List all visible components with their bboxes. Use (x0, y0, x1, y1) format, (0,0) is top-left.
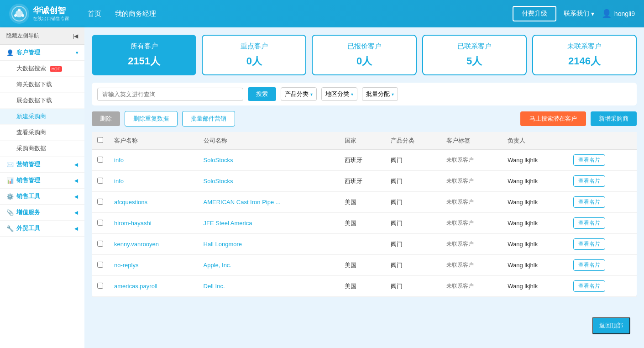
row-owner-4: Wang lkjhlk (502, 234, 568, 255)
select-all-checkbox[interactable] (97, 137, 103, 143)
company-link-4[interactable]: Hall Longmore (204, 241, 242, 248)
tools-icon: ⚙️ (6, 193, 14, 200)
company-link-2[interactable]: AMERICAN Cast Iron Pipe ... (204, 199, 281, 206)
row-name-0: info (109, 150, 198, 171)
sidebar-item-customer[interactable]: 👤 客户管理 ▾ (0, 45, 84, 61)
stat-card-contacted[interactable]: 已联系客户 5人 (422, 35, 527, 75)
row-country-0: 西班牙 (339, 150, 385, 171)
customer-name-link-5[interactable]: no-replys (114, 262, 138, 269)
upgrade-button[interactable]: 付费升级 (513, 6, 556, 21)
row-country-6: 美国 (339, 276, 385, 297)
sidebar-sub-view-buyer[interactable]: 查看采购商 (0, 125, 84, 141)
stat-cards: 所有客户 2151人 重点客户 0人 已报价客户 0人 已联系客户 5人 未联系… (92, 35, 637, 75)
row-checkbox-6[interactable] (97, 283, 103, 289)
customer-name-link-3[interactable]: hirom-hayashi (114, 220, 152, 227)
logo-area: 华诚创智 在线出口销售专家 (9, 4, 69, 24)
search-input[interactable] (97, 88, 243, 101)
stat-card-contacted-count: 5人 (428, 54, 521, 68)
sidebar-item-sales[interactable]: 📊 销售管理 ◀ (0, 173, 84, 189)
row-owner-5: Wang lkjhlk (502, 255, 568, 276)
company-link-1[interactable]: SoloStocks (204, 178, 233, 185)
company-link-5[interactable]: Apple, Inc. (204, 262, 231, 269)
view-card-button-2[interactable]: 查看名片 (573, 196, 605, 208)
view-card-button-5[interactable]: 查看名片 (573, 259, 605, 271)
delete-button[interactable]: 删除 (92, 111, 120, 126)
row-action-4: 查看名片 (568, 234, 637, 255)
sidebar-sub-expo-data[interactable]: 展会数据下载 (0, 93, 84, 109)
sidebar-item-marketing[interactable]: ✉️ 营销管理 ◀ (0, 157, 84, 173)
row-checkbox-0[interactable] (97, 157, 103, 163)
sidebar-item-tools[interactable]: ⚙️ 销售工具 ◀ (0, 189, 84, 205)
view-card-button-1[interactable]: 查看名片 (573, 175, 605, 187)
sidebar-item-foreign-trade[interactable]: 🔧 外贸工具 ◀ (0, 221, 84, 237)
customer-name-link-2[interactable]: afcquestions (114, 199, 147, 206)
email-marketing-button[interactable]: 批量邮件营销 (182, 111, 235, 127)
customer-name-link-6[interactable]: americas.payroll (114, 283, 157, 290)
row-company-0: SoloStocks (198, 150, 339, 171)
row-checkbox-3[interactable] (97, 220, 103, 226)
row-checkbox-5[interactable] (97, 262, 103, 268)
trade-chevron-icon: ◀ (74, 226, 78, 231)
customer-name-link-4[interactable]: kenny.vanrooyen (114, 241, 159, 248)
view-card-button-3[interactable]: 查看名片 (573, 217, 605, 229)
view-card-button-4[interactable]: 查看名片 (573, 238, 605, 250)
th-action (568, 132, 637, 150)
nav-home[interactable]: 首页 (88, 8, 101, 20)
row-product-6: 阀门 (385, 276, 441, 297)
table-row: afcquestions AMERICAN Cast Iron Pipe ...… (92, 192, 637, 213)
add-customer-button[interactable]: 新增采购商 (591, 111, 637, 126)
contact-button[interactable]: 联系我们 ▾ (564, 10, 594, 18)
hide-sidebar-label: 隐藏左侧导航 (6, 32, 39, 40)
stat-card-uncontacted[interactable]: 未联系客户 2146人 (532, 35, 637, 75)
topnav-right: 付费升级 联系我们 ▾ 👤 hongli9 (513, 6, 635, 21)
sidebar-item-value[interactable]: 📎 增值服务 ◀ (0, 205, 84, 221)
stat-card-key[interactable]: 重点客户 0人 (202, 35, 306, 75)
customer-name-link-1[interactable]: info (114, 178, 124, 185)
nav-business-manager[interactable]: 我的商务经理 (115, 8, 156, 20)
stat-card-quoted[interactable]: 已报价客户 0人 (312, 35, 416, 75)
row-checkbox-cell (92, 255, 109, 276)
search-button[interactable]: 搜索 (248, 87, 276, 101)
company-link-6[interactable]: Dell Inc. (204, 283, 225, 290)
row-product-3: 阀门 (385, 213, 441, 234)
row-country-1: 西班牙 (339, 171, 385, 192)
stat-card-key-count: 0人 (207, 54, 301, 68)
filter-bar: 搜索 产品分类 ▾ 地区分类 ▾ 批量分配 ▾ (92, 83, 637, 105)
search-potential-button[interactable]: 马上搜索潜在客户 (520, 111, 586, 126)
row-checkbox-cell (92, 213, 109, 234)
company-link-3[interactable]: JFE Steel America (204, 220, 252, 227)
row-country-3: 美国 (339, 213, 385, 234)
row-tag-3: 未联系客户 (441, 213, 503, 234)
stat-card-contacted-title: 已联系客户 (428, 42, 521, 51)
row-checkbox-1[interactable] (97, 178, 103, 184)
view-card-button-6[interactable]: 查看名片 (573, 280, 605, 292)
table-row: info SoloStocks 西班牙 阀门 未联系客户 Wang lkjhlk… (92, 171, 637, 192)
company-link-0[interactable]: SoloStocks (204, 157, 233, 163)
hide-sidebar-btn[interactable]: 隐藏左侧导航 |◀ (0, 27, 84, 45)
sidebar-sub-customs-data[interactable]: 海关数据下载 (0, 77, 84, 93)
action-bar: 删除 删除重复数据 批量邮件营销 马上搜索潜在客户 新增采购商 (92, 111, 637, 127)
th-company: 公司名称 (198, 132, 339, 150)
region-filter[interactable]: 地区分类 ▾ (321, 87, 357, 101)
sidebar-sub-new-buyer[interactable]: 新建采购商 (0, 109, 84, 125)
row-country-5: 美国 (339, 255, 385, 276)
back-to-top-button[interactable]: 返回顶部 (592, 317, 630, 334)
logo-icon (9, 4, 29, 24)
row-checkbox-4[interactable] (97, 241, 103, 247)
delete-duplicate-button[interactable]: 删除重复数据 (125, 111, 178, 127)
row-product-2: 阀门 (385, 192, 441, 213)
view-card-button-0[interactable]: 查看名片 (573, 154, 605, 166)
sidebar-sub-buyer-data[interactable]: 采购商数据 (0, 141, 84, 157)
row-company-2: AMERICAN Cast Iron Pipe ... (198, 192, 339, 213)
top-nav-links: 首页 我的商务经理 (88, 8, 499, 20)
row-checkbox-2[interactable] (97, 199, 103, 205)
customer-name-link-0[interactable]: info (114, 157, 124, 163)
row-product-0: 阀门 (385, 150, 441, 171)
th-name: 客户名称 (109, 132, 198, 150)
sidebar-sub-big-data[interactable]: 大数据搜索 HOT (0, 61, 84, 77)
table-row: no-replys Apple, Inc. 美国 阀门 未联系客户 Wang l… (92, 255, 637, 276)
user-button[interactable]: 👤 hongli9 (602, 9, 635, 19)
stat-card-all[interactable]: 所有客户 2151人 (92, 35, 196, 75)
product-filter[interactable]: 产品分类 ▾ (281, 87, 317, 101)
batch-filter[interactable]: 批量分配 ▾ (362, 87, 398, 101)
